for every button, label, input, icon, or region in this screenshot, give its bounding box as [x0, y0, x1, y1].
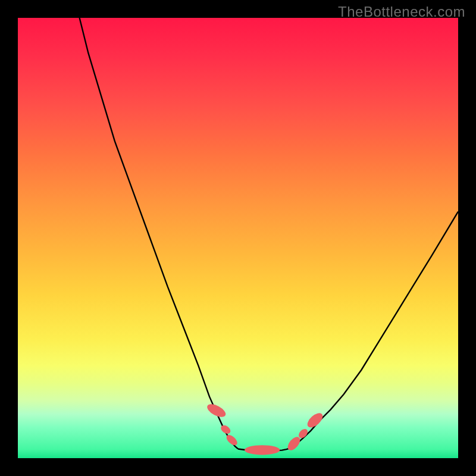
marker-dot [245, 445, 280, 455]
chart-frame: TheBottleneck.com [0, 0, 476, 476]
curve-right-branch [291, 212, 458, 448]
curve-left-branch [80, 18, 238, 449]
curve-layer [18, 18, 458, 458]
bottleneck-plot [18, 18, 458, 458]
marker-group [205, 402, 325, 455]
marker-dot [205, 402, 228, 419]
watermark-text: TheBottleneck.com [338, 4, 465, 20]
marker-dot [305, 411, 325, 430]
